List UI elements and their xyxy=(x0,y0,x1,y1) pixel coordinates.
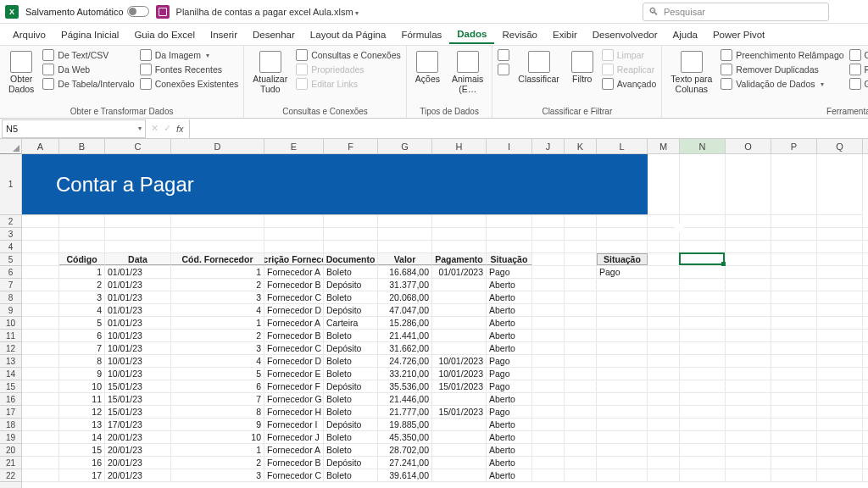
cell[interactable] xyxy=(771,419,817,430)
col-header-B[interactable]: B xyxy=(59,139,105,153)
cell[interactable] xyxy=(532,444,565,456)
cell-sit[interactable]: Aberto xyxy=(487,444,532,456)
col-header-O[interactable]: O xyxy=(726,139,771,153)
cell[interactable] xyxy=(817,469,863,481)
cell[interactable] xyxy=(532,266,565,278)
cell-codigo[interactable]: 17 xyxy=(59,469,105,481)
cell[interactable] xyxy=(648,291,680,303)
cell[interactable] xyxy=(817,393,863,405)
col-header-H[interactable]: H xyxy=(432,139,487,153)
cell-doc[interactable]: Boleto xyxy=(324,291,378,303)
cell[interactable] xyxy=(597,291,648,303)
cell[interactable] xyxy=(817,253,863,265)
cell-desc[interactable]: Fornecedor F xyxy=(264,380,324,392)
cell[interactable] xyxy=(680,380,726,392)
cell[interactable] xyxy=(680,241,726,252)
de-text-csv-button[interactable]: De Text/CSV xyxy=(42,49,134,61)
cell[interactable] xyxy=(771,228,817,240)
cell[interactable] xyxy=(771,317,817,329)
cell-cod-forn[interactable]: 2 xyxy=(171,457,264,469)
cell-data[interactable]: 20/01/23 xyxy=(105,444,171,456)
cell-codigo[interactable]: 13 xyxy=(59,419,105,430)
cell[interactable] xyxy=(771,330,817,341)
table-header[interactable]: Documento xyxy=(324,253,378,265)
cell[interactable] xyxy=(532,317,565,329)
menu-guia-do-excel[interactable]: Guia do Excel xyxy=(126,26,203,43)
row-header-8[interactable]: 8 xyxy=(0,291,21,304)
cell-desc[interactable]: Fornecedor I xyxy=(264,419,324,430)
cell-codigo[interactable]: 14 xyxy=(59,431,105,443)
cell-doc[interactable]: Boleto xyxy=(324,330,378,341)
cell-cod-forn[interactable]: 1 xyxy=(171,317,264,329)
cell-pag[interactable]: 01/01/2023 xyxy=(432,266,487,278)
cell-codigo[interactable]: 10 xyxy=(59,380,105,392)
validacao-button[interactable]: Validação de Dados▾ xyxy=(721,78,843,90)
cell-valor[interactable]: 16.684,00 xyxy=(378,266,432,278)
cell[interactable] xyxy=(532,368,565,380)
cell-desc[interactable]: Fornecedor C xyxy=(264,342,324,354)
cell[interactable] xyxy=(648,469,680,481)
cell-pag[interactable] xyxy=(432,419,487,430)
cell[interactable] xyxy=(680,355,726,367)
confirm-icon[interactable]: ✓ xyxy=(164,123,171,134)
cell[interactable] xyxy=(59,241,105,252)
row-header-5[interactable]: 5 xyxy=(0,253,21,266)
cell[interactable] xyxy=(487,228,532,240)
cell[interactable] xyxy=(726,317,771,329)
cell-data[interactable]: 01/01/23 xyxy=(105,291,171,303)
cell[interactable] xyxy=(532,393,565,405)
side-header[interactable]: Situação xyxy=(597,253,648,265)
cell-desc[interactable]: Fornecedor J xyxy=(264,431,324,443)
cell[interactable] xyxy=(565,241,597,252)
cell[interactable] xyxy=(487,215,532,227)
table-header[interactable]: Código xyxy=(59,253,105,265)
cell-sit[interactable]: Aberto xyxy=(487,330,532,341)
cell-data[interactable]: 15/01/23 xyxy=(105,380,171,392)
menu-exibir[interactable]: Exibir xyxy=(545,26,585,43)
cell[interactable] xyxy=(726,406,771,418)
cell-data[interactable]: 01/01/23 xyxy=(105,266,171,278)
cell-sit[interactable]: Pago xyxy=(487,368,532,380)
cell[interactable] xyxy=(771,406,817,418)
cell[interactable] xyxy=(817,368,863,380)
cell-valor[interactable]: 15.286,00 xyxy=(378,317,432,329)
menu-inserir[interactable]: Inserir xyxy=(203,26,245,43)
cell-sit[interactable]: Aberto xyxy=(487,469,532,481)
cell-codigo[interactable]: 8 xyxy=(59,355,105,367)
cell-desc[interactable]: Fornecedor G xyxy=(264,393,324,405)
cell[interactable] xyxy=(771,253,817,265)
cell[interactable] xyxy=(817,317,863,329)
consolidar-button[interactable]: Consolidar xyxy=(849,49,868,61)
cell-sit[interactable]: Aberto xyxy=(487,419,532,430)
cell-cod-forn[interactable]: 4 xyxy=(171,355,264,367)
cell[interactable] xyxy=(771,342,817,354)
cell-codigo[interactable]: 1 xyxy=(59,266,105,278)
col-header-I[interactable]: I xyxy=(487,139,532,153)
cell[interactable] xyxy=(565,431,597,443)
cell[interactable] xyxy=(771,380,817,392)
cell-valor[interactable]: 33.210,00 xyxy=(378,368,432,380)
cell[interactable] xyxy=(597,241,648,252)
cell[interactable] xyxy=(565,317,597,329)
table-header[interactable]: Situação xyxy=(487,253,532,265)
cell-data[interactable]: 15/01/23 xyxy=(105,393,171,405)
cell-pag[interactable] xyxy=(432,342,487,354)
cell-sit[interactable]: Pago xyxy=(487,266,532,278)
cell[interactable] xyxy=(565,393,597,405)
cell[interactable] xyxy=(817,330,863,341)
cell[interactable] xyxy=(648,368,680,380)
cell[interactable] xyxy=(432,215,487,227)
menu-power-pivot[interactable]: Power Pivot xyxy=(705,26,772,43)
table-header[interactable]: Pagamento xyxy=(432,253,487,265)
cell[interactable] xyxy=(597,330,648,341)
da-imagem-button[interactable]: Da Imagem▾ xyxy=(140,49,239,61)
cell[interactable] xyxy=(726,444,771,456)
cell-valor[interactable]: 21.441,00 xyxy=(378,330,432,341)
cell[interactable] xyxy=(648,304,680,316)
cell[interactable] xyxy=(324,228,378,240)
cell[interactable] xyxy=(817,291,863,303)
cell-desc[interactable]: Fornecedor A xyxy=(264,444,324,456)
formula-bar[interactable] xyxy=(189,119,868,138)
col-header-C[interactable]: C xyxy=(105,139,171,153)
cell-data[interactable]: 10/01/23 xyxy=(105,368,171,380)
